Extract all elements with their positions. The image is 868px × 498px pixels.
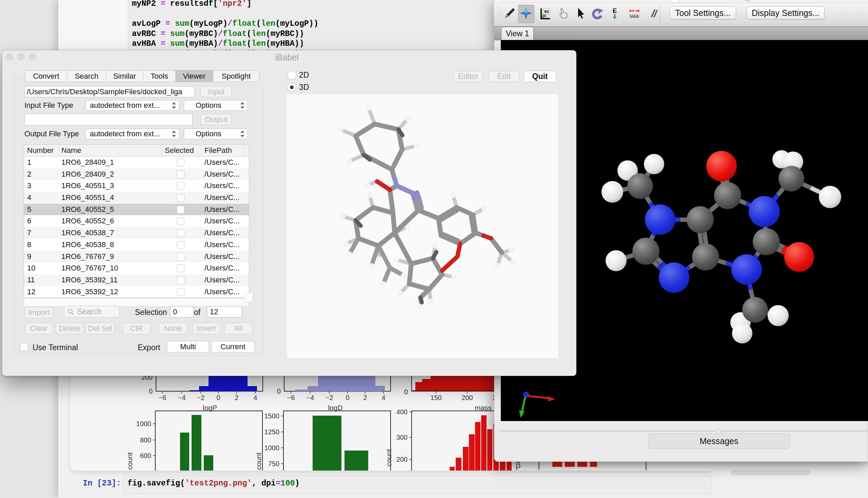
svg-text:mass: mass bbox=[475, 404, 492, 411]
svg-text:E: E bbox=[613, 7, 617, 14]
svg-text:0: 0 bbox=[404, 388, 408, 396]
svg-text:count: count bbox=[126, 452, 134, 470]
svg-text:4: 4 bbox=[253, 394, 257, 402]
svg-text:90: 90 bbox=[544, 9, 549, 14]
svg-text:0: 0 bbox=[149, 388, 153, 395]
svg-text:750: 750 bbox=[268, 460, 279, 468]
svg-text:logP: logP bbox=[203, 404, 217, 411]
svg-text:0: 0 bbox=[345, 394, 349, 402]
svg-text:0: 0 bbox=[216, 394, 220, 402]
svg-text:count: count bbox=[385, 449, 393, 467]
svg-text:−6: −6 bbox=[287, 394, 295, 402]
svg-text:400: 400 bbox=[396, 408, 408, 416]
svg-text:600: 600 bbox=[140, 452, 151, 459]
svg-text:0: 0 bbox=[277, 388, 281, 395]
svg-text:−4: −4 bbox=[306, 394, 314, 402]
svg-text:−4: −4 bbox=[178, 394, 186, 402]
svg-text:logD: logD bbox=[328, 404, 342, 411]
svg-text:1000: 1000 bbox=[136, 420, 152, 428]
svg-text:2: 2 bbox=[235, 394, 238, 402]
svg-text:4: 4 bbox=[381, 394, 385, 402]
svg-text:200: 200 bbox=[396, 456, 408, 463]
svg-text:−2: −2 bbox=[197, 394, 205, 402]
svg-text:−2: −2 bbox=[326, 394, 333, 402]
svg-text:count: count bbox=[255, 452, 262, 470]
svg-text:1000: 1000 bbox=[264, 444, 280, 451]
svg-text:800: 800 bbox=[140, 436, 151, 444]
svg-text:1500: 1500 bbox=[264, 412, 280, 420]
svg-text:300: 300 bbox=[396, 434, 408, 441]
svg-text:150: 150 bbox=[430, 394, 442, 402]
svg-text:200: 200 bbox=[461, 394, 473, 402]
svg-text:1250: 1250 bbox=[264, 428, 280, 436]
svg-text:2: 2 bbox=[363, 394, 367, 402]
svg-text:−6: −6 bbox=[159, 394, 167, 402]
